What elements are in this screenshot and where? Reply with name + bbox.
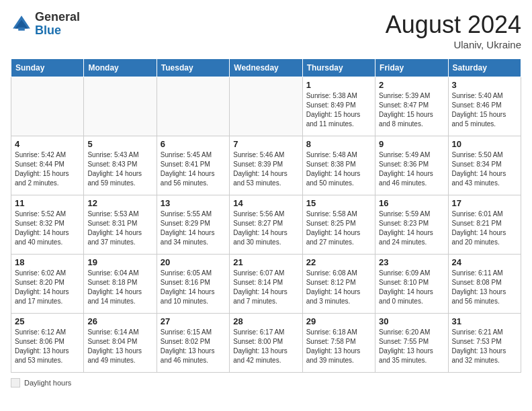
day-header-wednesday: Wednesday: [230, 59, 302, 77]
day-number: 2: [379, 80, 444, 90]
day-info: Sunrise: 6:05 AM Sunset: 8:16 PM Dayligh…: [161, 269, 226, 306]
day-info: Sunrise: 6:04 AM Sunset: 8:18 PM Dayligh…: [87, 269, 152, 306]
calendar-cell: 27Sunrise: 6:15 AM Sunset: 8:02 PM Dayli…: [157, 314, 229, 373]
day-info: Sunrise: 6:15 AM Sunset: 8:02 PM Dayligh…: [161, 328, 226, 365]
day-number: 10: [452, 139, 517, 149]
calendar-cell: 3Sunrise: 5:40 AM Sunset: 8:46 PM Daylig…: [448, 77, 521, 136]
day-info: Sunrise: 6:07 AM Sunset: 8:14 PM Dayligh…: [233, 269, 298, 306]
day-number: 22: [306, 257, 371, 267]
calendar-header-row: SundayMondayTuesdayWednesdayThursdayFrid…: [11, 59, 521, 77]
day-info: Sunrise: 5:58 AM Sunset: 8:25 PM Dayligh…: [306, 210, 371, 247]
calendar-cell: 17Sunrise: 6:01 AM Sunset: 8:21 PM Dayli…: [448, 195, 521, 255]
month-year: August 2024: [386, 11, 521, 39]
week-row-4: 18Sunrise: 6:02 AM Sunset: 8:20 PM Dayli…: [11, 255, 521, 314]
day-info: Sunrise: 5:50 AM Sunset: 8:34 PM Dayligh…: [452, 150, 517, 188]
day-info: Sunrise: 6:02 AM Sunset: 8:20 PM Dayligh…: [15, 269, 80, 306]
calendar-table: SundayMondayTuesdayWednesdayThursdayFrid…: [11, 58, 521, 373]
day-number: 28: [233, 316, 298, 326]
logo-icon: [11, 13, 32, 35]
legend: Daylight hours: [11, 378, 521, 387]
day-info: Sunrise: 5:52 AM Sunset: 8:32 PM Dayligh…: [15, 210, 80, 247]
calendar-cell: [11, 77, 84, 136]
page-header: General Blue August 2024 Ulaniv, Ukraine: [11, 11, 521, 50]
day-header-tuesday: Tuesday: [157, 59, 229, 77]
calendar-cell: 20Sunrise: 6:05 AM Sunset: 8:16 PM Dayli…: [157, 255, 229, 314]
calendar-cell: 8Sunrise: 5:48 AM Sunset: 8:38 PM Daylig…: [302, 136, 375, 195]
calendar-cell: 7Sunrise: 5:46 AM Sunset: 8:39 PM Daylig…: [230, 136, 302, 195]
day-info: Sunrise: 6:12 AM Sunset: 8:06 PM Dayligh…: [15, 328, 80, 365]
calendar-cell: 16Sunrise: 5:59 AM Sunset: 8:23 PM Dayli…: [375, 195, 448, 255]
day-number: 24: [452, 257, 517, 267]
day-number: 23: [379, 257, 444, 267]
week-row-1: 1Sunrise: 5:38 AM Sunset: 8:49 PM Daylig…: [11, 77, 521, 136]
day-info: Sunrise: 6:11 AM Sunset: 8:08 PM Dayligh…: [452, 269, 517, 306]
day-info: Sunrise: 5:48 AM Sunset: 8:38 PM Dayligh…: [306, 150, 371, 188]
day-number: 21: [233, 257, 298, 267]
week-row-3: 11Sunrise: 5:52 AM Sunset: 8:32 PM Dayli…: [11, 195, 521, 255]
calendar-cell: 24Sunrise: 6:11 AM Sunset: 8:08 PM Dayli…: [448, 255, 521, 314]
day-info: Sunrise: 5:45 AM Sunset: 8:41 PM Dayligh…: [161, 150, 226, 188]
day-number: 29: [306, 316, 371, 326]
day-info: Sunrise: 6:09 AM Sunset: 8:10 PM Dayligh…: [379, 269, 444, 306]
day-info: Sunrise: 6:14 AM Sunset: 8:04 PM Dayligh…: [87, 328, 152, 365]
day-info: Sunrise: 5:55 AM Sunset: 8:29 PM Dayligh…: [161, 210, 226, 247]
day-number: 18: [15, 257, 80, 267]
calendar-cell: 18Sunrise: 6:02 AM Sunset: 8:20 PM Dayli…: [11, 255, 84, 314]
day-header-sunday: Sunday: [11, 59, 84, 77]
day-header-saturday: Saturday: [448, 59, 521, 77]
day-number: 7: [233, 139, 298, 149]
day-info: Sunrise: 5:56 AM Sunset: 8:27 PM Dayligh…: [233, 210, 298, 247]
calendar-cell: 25Sunrise: 6:12 AM Sunset: 8:06 PM Dayli…: [11, 314, 84, 373]
calendar-cell: 1Sunrise: 5:38 AM Sunset: 8:49 PM Daylig…: [302, 77, 375, 136]
week-row-2: 4Sunrise: 5:42 AM Sunset: 8:44 PM Daylig…: [11, 136, 521, 195]
calendar-cell: 26Sunrise: 6:14 AM Sunset: 8:04 PM Dayli…: [84, 314, 157, 373]
calendar-cell: 22Sunrise: 6:08 AM Sunset: 8:12 PM Dayli…: [302, 255, 375, 314]
calendar-cell: 21Sunrise: 6:07 AM Sunset: 8:14 PM Dayli…: [230, 255, 302, 314]
svg-rect-2: [18, 28, 25, 31]
logo: General Blue: [11, 11, 80, 38]
day-number: 9: [379, 139, 444, 149]
calendar-cell: 28Sunrise: 6:17 AM Sunset: 8:00 PM Dayli…: [230, 314, 302, 373]
day-number: 20: [161, 257, 226, 267]
calendar-cell: 9Sunrise: 5:49 AM Sunset: 8:36 PM Daylig…: [375, 136, 448, 195]
calendar-cell: 2Sunrise: 5:39 AM Sunset: 8:47 PM Daylig…: [375, 77, 448, 136]
day-number: 6: [161, 139, 226, 149]
week-row-5: 25Sunrise: 6:12 AM Sunset: 8:06 PM Dayli…: [11, 314, 521, 373]
day-info: Sunrise: 6:21 AM Sunset: 7:53 PM Dayligh…: [452, 328, 517, 365]
calendar-cell: 12Sunrise: 5:53 AM Sunset: 8:31 PM Dayli…: [84, 195, 157, 255]
day-number: 17: [452, 198, 517, 208]
day-number: 19: [87, 257, 152, 267]
calendar-cell: 14Sunrise: 5:56 AM Sunset: 8:27 PM Dayli…: [230, 195, 302, 255]
calendar-cell: [84, 77, 157, 136]
calendar-cell: 10Sunrise: 5:50 AM Sunset: 8:34 PM Dayli…: [448, 136, 521, 195]
day-number: 5: [87, 139, 152, 149]
day-header-thursday: Thursday: [302, 59, 375, 77]
calendar-cell: 29Sunrise: 6:18 AM Sunset: 7:58 PM Dayli…: [302, 314, 375, 373]
day-info: Sunrise: 6:18 AM Sunset: 7:58 PM Dayligh…: [306, 328, 371, 365]
day-info: Sunrise: 5:43 AM Sunset: 8:43 PM Dayligh…: [87, 150, 152, 188]
day-number: 31: [452, 316, 517, 326]
day-number: 12: [87, 198, 152, 208]
calendar-cell: 5Sunrise: 5:43 AM Sunset: 8:43 PM Daylig…: [84, 136, 157, 195]
title-area: August 2024 Ulaniv, Ukraine: [386, 11, 521, 50]
day-number: 26: [87, 316, 152, 326]
day-info: Sunrise: 6:08 AM Sunset: 8:12 PM Dayligh…: [306, 269, 371, 306]
day-info: Sunrise: 5:42 AM Sunset: 8:44 PM Dayligh…: [15, 150, 80, 188]
day-info: Sunrise: 5:38 AM Sunset: 8:49 PM Dayligh…: [306, 91, 371, 129]
day-header-friday: Friday: [375, 59, 448, 77]
day-number: 13: [161, 198, 226, 208]
calendar-cell: 15Sunrise: 5:58 AM Sunset: 8:25 PM Dayli…: [302, 195, 375, 255]
day-number: 25: [15, 316, 80, 326]
day-info: Sunrise: 6:20 AM Sunset: 7:55 PM Dayligh…: [379, 328, 444, 365]
day-number: 8: [306, 139, 371, 149]
day-number: 11: [15, 198, 80, 208]
day-info: Sunrise: 5:39 AM Sunset: 8:47 PM Dayligh…: [379, 91, 444, 129]
day-number: 15: [306, 198, 371, 208]
day-number: 14: [233, 198, 298, 208]
calendar-cell: [157, 77, 229, 136]
day-number: 1: [306, 80, 371, 90]
calendar-cell: 11Sunrise: 5:52 AM Sunset: 8:32 PM Dayli…: [11, 195, 84, 255]
calendar-cell: 6Sunrise: 5:45 AM Sunset: 8:41 PM Daylig…: [157, 136, 229, 195]
day-info: Sunrise: 5:40 AM Sunset: 8:46 PM Dayligh…: [452, 91, 517, 129]
day-info: Sunrise: 5:59 AM Sunset: 8:23 PM Dayligh…: [379, 210, 444, 247]
